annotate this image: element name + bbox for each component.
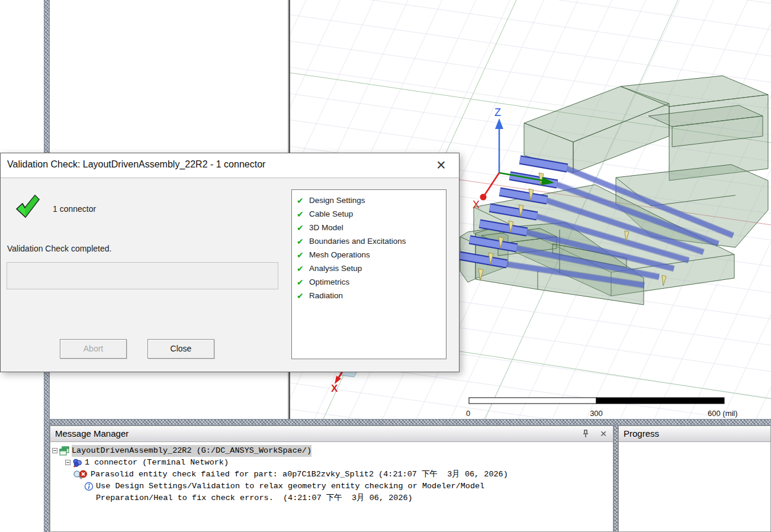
check-icon: ✔ — [297, 196, 306, 205]
info-message-text[interactable]: Use Design Settings/Validation to relax … — [96, 481, 505, 504]
checklist-item: ✔Optimetrics — [294, 275, 444, 289]
collapse-icon[interactable] — [65, 460, 70, 465]
design-message-text[interactable]: 1 connector (Terminal Network) — [85, 457, 229, 469]
check-icon: ✔ — [297, 264, 306, 273]
dock-splitter-panels[interactable] — [613, 425, 618, 532]
design-icon — [72, 458, 82, 467]
close-button[interactable]: Close — [147, 339, 214, 359]
checklist-item-label: Mesh Operations — [309, 250, 370, 259]
error-message-text[interactable]: Parasolid entity check failed for part: … — [91, 469, 508, 481]
dock-splitter-horizontal[interactable] — [50, 419, 771, 425]
info-icon — [84, 482, 94, 491]
message-tree-row-error[interactable]: Parasolid entity check failed for part: … — [50, 469, 613, 481]
validation-checklist: ✔Design Settings ✔Cable Setup ✔3D Model … — [291, 189, 446, 359]
project-icon — [59, 446, 69, 456]
validation-check-dialog: Validation Check: LayoutDrivenAssembly_2… — [0, 153, 460, 372]
checklist-item: ✔Analysis Setup — [294, 262, 444, 275]
check-icon: ✔ — [297, 223, 306, 233]
axis-x-label: X — [473, 199, 480, 211]
checklist-item-label: 3D Model — [309, 223, 343, 232]
project-message-text[interactable]: LayoutDrivenAssembly_22R2 (G:/DC_ANSYS_W… — [72, 445, 311, 457]
message-tree-row-project[interactable]: LayoutDrivenAssembly_22R2 (G:/DC_ANSYS_W… — [50, 445, 613, 457]
checklist-item-label: Radiation — [309, 291, 343, 300]
progress-title-bar[interactable]: Progress — [619, 426, 770, 442]
progress-panel: Progress — [618, 425, 771, 532]
progress-content — [619, 442, 770, 531]
dialog-close-icon[interactable]: × — [432, 156, 451, 175]
checklist-item: ✔Design Settings — [294, 194, 444, 207]
message-tree-row-info[interactable]: Use Design Settings/Validation to relax … — [50, 481, 613, 504]
checklist-item: ✔Radiation — [294, 289, 444, 302]
validation-result-label: 1 connector — [53, 204, 96, 214]
checklist-item: ✔Mesh Operations — [294, 248, 444, 262]
validation-status-text: Validation Check completed. — [7, 244, 111, 253]
axis-z-label: Z — [494, 107, 501, 118]
dialog-title: Validation Check: LayoutDrivenAssembly_2… — [7, 159, 265, 170]
scale-start-label: 0 — [466, 409, 470, 418]
check-icon: ✔ — [297, 250, 306, 260]
validation-progress-field — [7, 262, 278, 289]
checklist-item: ✔3D Model — [294, 221, 444, 234]
check-icon: ✔ — [297, 278, 306, 287]
checklist-item-label: Cable Setup — [309, 209, 353, 218]
message-tree: LayoutDrivenAssembly_22R2 (G:/DC_ANSYS_W… — [50, 442, 613, 531]
axis-x-lower-label: X — [331, 383, 338, 394]
scale-mid-label: 300 — [590, 409, 603, 418]
message-manager-title-bar[interactable]: Message Manager × — [50, 426, 613, 442]
error-icon — [73, 470, 88, 480]
checklist-item-label: Boundaries and Excitations — [309, 237, 406, 246]
message-tree-row-design[interactable]: 1 connector (Terminal Network) — [50, 457, 613, 469]
dialog-title-bar[interactable]: Validation Check: LayoutDrivenAssembly_2… — [1, 153, 459, 178]
message-manager-title: Message Manager — [55, 428, 128, 439]
check-icon: ✔ — [297, 291, 306, 301]
checklist-item-label: Design Settings — [309, 196, 365, 205]
message-manager-close-icon[interactable]: × — [597, 428, 609, 440]
check-icon: ✔ — [297, 237, 306, 246]
app-window: Z X X 0 300 600 (mil) Val — [0, 0, 771, 532]
checklist-item-label: Analysis Setup — [309, 264, 362, 273]
message-manager-panel: Message Manager × LayoutDriv — [50, 425, 613, 532]
checklist-item-label: Optimetrics — [309, 278, 349, 286]
scale-end-label: 600 (mil) — [708, 409, 738, 418]
validation-success-check-icon — [14, 194, 41, 221]
collapse-icon[interactable] — [52, 448, 57, 453]
pin-icon[interactable] — [580, 429, 592, 439]
checklist-item: ✔Boundaries and Excitations — [294, 234, 444, 248]
checklist-item: ✔Cable Setup — [294, 207, 444, 221]
abort-button[interactable]: Abort — [60, 339, 127, 359]
progress-title: Progress — [624, 428, 659, 439]
check-icon: ✔ — [297, 209, 306, 219]
